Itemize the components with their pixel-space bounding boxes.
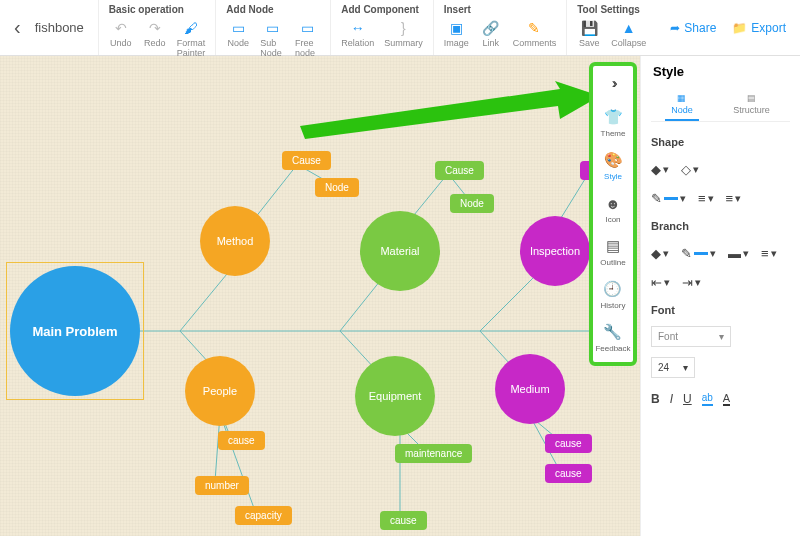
tag-equipment-maint[interactable]: maintenance bbox=[395, 444, 472, 463]
tag-people-number[interactable]: number bbox=[195, 476, 249, 495]
group-title: Tool Settings bbox=[577, 4, 646, 15]
tag-method-node[interactable]: Node bbox=[315, 178, 359, 197]
svg-marker-19 bbox=[300, 81, 600, 139]
section-shape: Shape bbox=[651, 136, 790, 148]
undo-icon: ↶ bbox=[112, 19, 130, 37]
rail-label: Theme bbox=[601, 129, 626, 138]
branch-weight-picker[interactable]: ≡▾ bbox=[761, 246, 777, 261]
tool-relation[interactable]: ↔Relation bbox=[341, 19, 374, 48]
group-title: Insert bbox=[444, 4, 557, 15]
tool-summary[interactable]: }Summary bbox=[384, 19, 423, 48]
branch-indent-left[interactable]: ⇤▾ bbox=[651, 275, 670, 290]
group-title: Add Node bbox=[226, 4, 320, 15]
back-button[interactable]: ‹ bbox=[14, 16, 21, 39]
tool-save[interactable]: 💾Save bbox=[577, 19, 601, 48]
tag-material-node[interactable]: Node bbox=[450, 194, 494, 213]
tag-medium-cause[interactable]: cause bbox=[545, 434, 592, 453]
save-icon: 💾 bbox=[580, 19, 598, 37]
tool-format-painter[interactable]: 🖌Format Painter bbox=[177, 19, 206, 58]
rail-style[interactable]: 🎨Style bbox=[603, 147, 623, 184]
share-icon: ➦ bbox=[670, 21, 680, 35]
section-branch: Branch bbox=[651, 220, 790, 232]
text-color2-button[interactable]: A bbox=[723, 392, 730, 406]
tool-redo[interactable]: ↷Redo bbox=[143, 19, 167, 58]
node-main-problem[interactable]: Main Problem bbox=[10, 266, 140, 396]
tag-medium-cause2[interactable]: cause bbox=[545, 464, 592, 483]
history-icon: 🕘 bbox=[603, 279, 623, 299]
shape-fill-picker[interactable]: ◆▾ bbox=[651, 162, 669, 177]
tool-label: Format Painter bbox=[177, 38, 206, 58]
tag-material-cause[interactable]: Cause bbox=[435, 161, 484, 180]
tool-free-node[interactable]: ▭Free node bbox=[295, 19, 320, 58]
tool-link[interactable]: 🔗Link bbox=[479, 19, 503, 48]
tool-label: Free node bbox=[295, 38, 320, 58]
branch-fill-picker[interactable]: ◆▾ bbox=[651, 246, 669, 261]
group-title: Basic operation bbox=[109, 4, 206, 15]
side-rail: ››👕Theme🎨Style☻Icon▤Outline🕘History🔧Feed… bbox=[589, 62, 637, 366]
shape-line1-picker[interactable]: ≡▾ bbox=[698, 191, 714, 206]
shape-border-picker[interactable]: ✎▾ bbox=[651, 191, 686, 206]
tag-people-cause[interactable]: cause bbox=[218, 431, 265, 450]
tool-label: Relation bbox=[341, 38, 374, 48]
rail-icon[interactable]: ☻Icon bbox=[603, 190, 623, 227]
tool-label: Node bbox=[228, 38, 250, 48]
node-equipment[interactable]: Equipment bbox=[355, 356, 435, 436]
underline-button[interactable]: U bbox=[683, 392, 692, 406]
comments-icon: ✎ bbox=[525, 19, 543, 37]
tag-equipment-cause[interactable]: cause bbox=[380, 511, 427, 530]
tool-comments[interactable]: ✎Comments bbox=[513, 19, 557, 48]
italic-button[interactable]: I bbox=[670, 392, 673, 406]
export-button[interactable]: 📁Export bbox=[732, 21, 786, 35]
shape-style-picker[interactable]: ◇▾ bbox=[681, 162, 699, 177]
style-panel: Style ▦Node ▤Structure Shape ◆▾ ◇▾ ✎▾ ≡▾… bbox=[640, 56, 800, 536]
free-node-icon: ▭ bbox=[299, 19, 317, 37]
image-icon: ▣ bbox=[447, 19, 465, 37]
rail-feedback[interactable]: 🔧Feedback bbox=[595, 319, 630, 356]
tag-people-capacity[interactable]: capacity bbox=[235, 506, 292, 525]
tab-structure[interactable]: ▤Structure bbox=[727, 89, 776, 121]
tool-undo[interactable]: ↶Undo bbox=[109, 19, 133, 58]
node-method[interactable]: Method bbox=[200, 206, 270, 276]
branch-color-picker[interactable]: ✎▾ bbox=[681, 246, 716, 261]
group-title: Add Component bbox=[341, 4, 423, 15]
theme-icon: 👕 bbox=[603, 107, 623, 127]
relation-icon: ↔ bbox=[349, 19, 367, 37]
tool-node[interactable]: ▭Node bbox=[226, 19, 250, 58]
node-inspection[interactable]: Inspection bbox=[520, 216, 590, 286]
tool-label: Summary bbox=[384, 38, 423, 48]
tool-label: Image bbox=[444, 38, 469, 48]
rail-outline[interactable]: ▤Outline bbox=[600, 233, 625, 270]
tab-node[interactable]: ▦Node bbox=[665, 89, 699, 121]
tool-label: Link bbox=[482, 38, 499, 48]
tool-image[interactable]: ▣Image bbox=[444, 19, 469, 48]
feedback-icon: 🔧 bbox=[603, 322, 623, 342]
rail-history[interactable]: 🕘History bbox=[601, 276, 626, 313]
annotation-arrow bbox=[300, 81, 600, 161]
font-size-select[interactable]: 24▾ bbox=[651, 357, 695, 378]
branch-indent-right[interactable]: ⇥▾ bbox=[682, 275, 701, 290]
node-people[interactable]: People bbox=[185, 356, 255, 426]
node-medium[interactable]: Medium bbox=[495, 354, 565, 424]
node-material[interactable]: Material bbox=[360, 211, 440, 291]
tag-method-cause[interactable]: Cause bbox=[282, 151, 331, 170]
summary-icon: } bbox=[394, 19, 412, 37]
rail-label: History bbox=[601, 301, 626, 310]
rail-theme[interactable]: 👕Theme bbox=[601, 104, 626, 141]
node-icon: ▭ bbox=[229, 19, 247, 37]
tool-label: Sub Node bbox=[260, 38, 285, 58]
diagram-canvas[interactable]: Main Problem Method Cause Node Material … bbox=[0, 56, 640, 536]
tool-label: Redo bbox=[144, 38, 166, 48]
tool-collapse[interactable]: ▲Collapse bbox=[611, 19, 646, 48]
rail-label: Feedback bbox=[595, 344, 630, 353]
share-button[interactable]: ➦Share bbox=[670, 21, 716, 35]
branch-style-picker[interactable]: ▬▾ bbox=[728, 246, 749, 261]
link-icon: 🔗 bbox=[482, 19, 500, 37]
text-color-button[interactable]: ab bbox=[702, 392, 713, 406]
outline-icon: ▤ bbox=[603, 236, 623, 256]
top-toolbar: ‹ fishbone Basic operation↶Undo↷Redo🖌For… bbox=[0, 0, 800, 56]
rail-label: Style bbox=[604, 172, 622, 181]
shape-line2-picker[interactable]: ≡▾ bbox=[726, 191, 742, 206]
tool-sub-node[interactable]: ▭Sub Node bbox=[260, 19, 285, 58]
font-family-select[interactable]: Font▾ bbox=[651, 326, 731, 347]
bold-button[interactable]: B bbox=[651, 392, 660, 406]
